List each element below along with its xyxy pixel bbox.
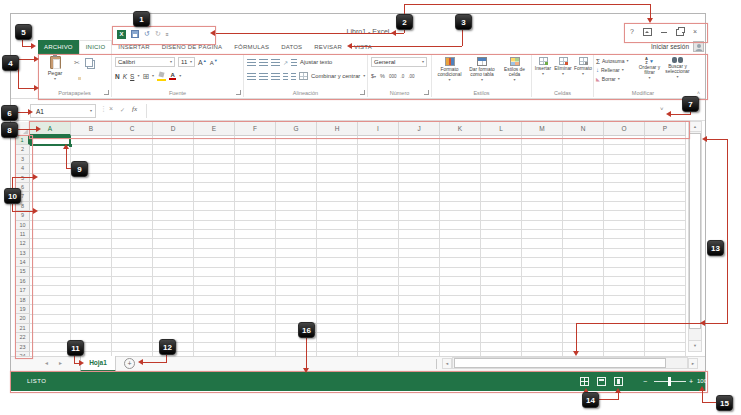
ribbon-display-options-icon[interactable] — [643, 28, 652, 36]
tab-insertar[interactable]: INSERTAR — [112, 40, 155, 54]
scroll-down-button[interactable]: ▼ — [688, 340, 702, 352]
row-header[interactable]: 23 — [16, 343, 30, 352]
wrap-text-label[interactable]: Ajustar texto — [300, 59, 332, 65]
tab-revisar[interactable]: REVISAR — [308, 40, 348, 54]
column-header[interactable]: B — [71, 122, 112, 136]
align-center-icon[interactable] — [259, 73, 268, 80]
column-header[interactable]: M — [522, 122, 563, 136]
restore-icon[interactable] — [676, 29, 684, 36]
row-header[interactable]: 5 — [16, 174, 30, 183]
font-dialog-launcher-icon[interactable] — [236, 90, 241, 95]
sign-in-area[interactable]: Iniciar sesión — [560, 41, 704, 52]
italic-button[interactable]: K — [123, 72, 127, 81]
wrap-text-icon[interactable] — [291, 59, 297, 66]
minimize-icon[interactable] — [661, 32, 667, 33]
column-header[interactable]: O — [604, 122, 645, 136]
next-sheet-icon[interactable]: ► — [58, 360, 63, 366]
column-header[interactable]: G — [276, 122, 317, 136]
row-header[interactable]: 13 — [16, 249, 30, 258]
merge-center-label[interactable]: Combinar y centrar — [311, 73, 360, 79]
zoom-in-icon[interactable]: + — [689, 372, 693, 391]
column-header[interactable]: E — [194, 122, 235, 136]
align-top-icon[interactable] — [247, 59, 256, 66]
page-break-view-button[interactable] — [614, 377, 623, 386]
row-header[interactable]: 15 — [16, 267, 30, 276]
tab-archivo[interactable]: ARCHIVO — [38, 40, 79, 54]
tab-diseno-de-pagina[interactable]: DISEÑO DE PÁGINA — [156, 40, 229, 54]
normal-view-button[interactable] — [580, 377, 589, 386]
format-as-table-button[interactable]: Dar formato como tabla ▾ — [466, 57, 498, 82]
expand-formula-bar-icon[interactable]: ˅ — [660, 106, 664, 112]
vertical-scroll-thumb[interactable] — [689, 133, 701, 329]
decrease-indent-icon[interactable] — [283, 73, 288, 80]
customize-qat-icon[interactable]: ≡ — [166, 31, 169, 37]
row-header[interactable]: 11 — [16, 230, 30, 239]
column-header[interactable]: K — [440, 122, 481, 136]
close-icon[interactable]: × — [693, 27, 697, 37]
fill-color-icon[interactable] — [157, 72, 166, 81]
underline-button[interactable]: S — [130, 72, 134, 81]
prev-sheet-icon[interactable]: ◄ — [44, 360, 49, 366]
page-layout-view-button[interactable] — [597, 377, 606, 386]
tab-vista[interactable]: VISTA — [348, 40, 378, 54]
row-header[interactable]: 17 — [16, 286, 30, 295]
orientation-icon[interactable]: ↗ — [283, 59, 288, 66]
conditional-formatting-button[interactable]: Formato condicional ▾ — [434, 57, 465, 82]
delete-cells-button[interactable]: Eliminar ▾ — [553, 57, 573, 76]
increase-indent-icon[interactable] — [291, 73, 296, 80]
sheet-tab-hoja1[interactable]: Hoja1 — [80, 356, 116, 372]
clear-button[interactable]: ◣ Borrar ▾ — [596, 75, 629, 83]
align-middle-icon[interactable] — [259, 59, 268, 66]
name-box[interactable]: A1 ▾ — [30, 104, 96, 118]
number-dialog-launcher-icon[interactable] — [424, 90, 429, 95]
undo-icon[interactable]: ↺ — [144, 30, 150, 38]
redo-icon[interactable]: ↻ — [155, 30, 161, 38]
align-right-icon[interactable] — [271, 73, 280, 80]
row-header[interactable]: 24 — [16, 352, 30, 356]
align-bottom-icon[interactable] — [271, 59, 280, 66]
row-header[interactable]: 3 — [16, 155, 30, 164]
column-header[interactable]: D — [153, 122, 194, 136]
font-name-select[interactable]: Calibri ▾ — [115, 57, 175, 67]
find-select-button[interactable]: Buscar y seleccionar ▾ — [664, 57, 691, 79]
cell-styles-button[interactable]: Estilos de celda ▾ — [499, 57, 530, 82]
cut-icon[interactable]: ✂ — [74, 59, 80, 67]
column-header[interactable]: P — [645, 122, 686, 136]
row-header[interactable]: 20 — [16, 314, 30, 323]
borders-icon[interactable]: ⊞ — [142, 72, 149, 81]
enter-entry-icon[interactable]: ✓ — [120, 106, 125, 113]
number-format-select[interactable]: General ▾ — [371, 57, 427, 67]
tab-formulas[interactable]: FÓRMULAS — [228, 40, 275, 54]
insert-function-icon[interactable]: fx — [132, 105, 137, 113]
align-left-icon[interactable] — [247, 73, 256, 80]
row-header[interactable]: 21 — [16, 324, 30, 333]
bold-button[interactable]: N — [115, 72, 120, 81]
format-cells-button[interactable]: Formato ▾ — [573, 57, 593, 76]
column-header[interactable]: N — [563, 122, 604, 136]
formula-input[interactable] — [148, 103, 654, 119]
excel-app-icon[interactable]: X — [117, 30, 126, 39]
new-sheet-icon[interactable]: + — [124, 358, 135, 369]
row-header[interactable]: 12 — [16, 239, 30, 248]
scroll-left-button[interactable]: ◄ — [442, 358, 452, 369]
comma-format-icon[interactable]: 000 — [389, 74, 397, 79]
help-icon[interactable]: ? — [630, 27, 634, 37]
font-color-icon[interactable]: A — [169, 72, 176, 80]
zoom-slider-thumb[interactable] — [668, 377, 671, 386]
decrease-font-button[interactable]: A▼ — [210, 57, 218, 67]
insert-cells-button[interactable]: Insertar ▾ — [533, 57, 553, 76]
horizontal-scroll-thumb[interactable] — [454, 358, 666, 368]
row-header[interactable]: 14 — [16, 258, 30, 267]
increase-font-button[interactable]: A▲ — [198, 57, 207, 67]
fill-handle[interactable] — [69, 144, 72, 147]
row-header[interactable]: 22 — [16, 333, 30, 342]
decrease-decimal-icon[interactable]: .00 — [408, 74, 414, 79]
column-header[interactable]: I — [358, 122, 399, 136]
scroll-right-button[interactable]: ► — [688, 358, 698, 369]
row-header[interactable]: 16 — [16, 277, 30, 286]
column-header[interactable]: C — [112, 122, 153, 136]
row-header[interactable]: 2 — [16, 145, 30, 154]
tab-datos[interactable]: DATOS — [275, 40, 308, 54]
row-header[interactable]: 1 — [16, 136, 30, 145]
zoom-out-icon[interactable]: − — [643, 372, 647, 391]
